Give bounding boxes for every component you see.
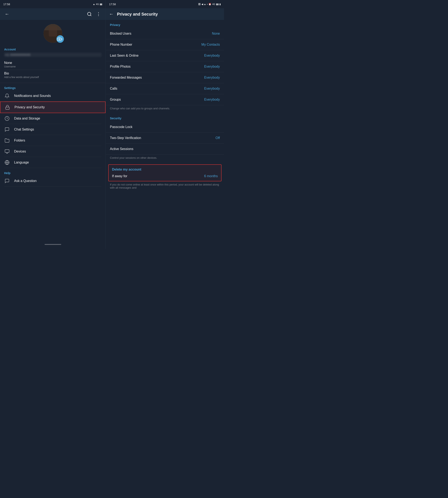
bubble-icon [4, 179, 10, 183]
last-seen-label: Last Seen & Online [110, 54, 139, 57]
folder-icon [4, 138, 10, 143]
calls-label: Calls [110, 87, 117, 90]
profile-section: + [0, 20, 106, 48]
globe-icon [4, 160, 10, 165]
back-button-left[interactable]: ← [3, 10, 11, 18]
camera-button[interactable]: + [56, 35, 64, 43]
top-bar-right: ← Privacy and Security [106, 8, 224, 20]
notifications-text: Notifications and Sounds [14, 94, 51, 98]
account-label: Account [4, 48, 101, 51]
right-panel: 17:58 🖼 ◀ ▲ • ⏰ 4G ▮▮ ▮ ← Privacy and Se… [106, 0, 224, 249]
devices-text: Devices [14, 149, 26, 153]
time-left: 17:58 [3, 3, 10, 6]
scroll-indicator-left [45, 244, 61, 245]
svg-point-0 [88, 12, 91, 16]
profile-photos-label: Profile Photos [110, 65, 131, 68]
language-text: Language [14, 161, 29, 164]
svg-line-1 [90, 15, 91, 16]
left-panel: 17:58 ▲ 4G ▮▮ ← ⋮ [0, 0, 106, 249]
delete-away-row[interactable]: If away for 6 months [109, 172, 221, 181]
profile-photos-row[interactable]: Profile Photos Everybody [106, 61, 224, 72]
status-icons-right: 🖼 ◀ ▲ • ⏰ 4G ▮▮ ▮ [198, 3, 221, 6]
privacy-security-text: Privacy and Security [15, 105, 45, 109]
account-section: Account +1 0000000000 None Username Bio … [0, 48, 106, 82]
menu-item-devices[interactable]: Devices [4, 146, 101, 157]
if-away-value: 6 months [204, 174, 218, 178]
delete-note: If you do not come online at least once … [106, 183, 224, 192]
calls-value: Everybody [204, 87, 220, 90]
passcode-lock-row[interactable]: Passcode Lock [106, 122, 224, 133]
phone-number-label: Phone Number [110, 43, 132, 47]
lock-icon [5, 105, 10, 110]
active-sessions-row[interactable]: Active Sessions [106, 144, 224, 155]
menu-item-privacy[interactable]: Privacy and Security [0, 101, 106, 113]
battery-icon: ▮▮ [100, 3, 102, 6]
bio-field[interactable]: Bio Add a few words about yourself [4, 70, 101, 80]
menu-item-notifications[interactable]: Notifications and Sounds [4, 90, 101, 101]
username-label: Username [4, 65, 101, 68]
blocked-users-value: None [212, 32, 220, 35]
image-icon: 🖼 [198, 3, 201, 5]
two-step-row[interactable]: Two-Step Verification Off [106, 133, 224, 144]
section-divider-1 [0, 83, 106, 83]
menu-item-chat[interactable]: Chat Settings [4, 124, 101, 135]
svg-rect-8 [6, 107, 9, 109]
status-bar-right: 17:58 🖼 ◀ ▲ • ⏰ 4G ▮▮ ▮ [106, 0, 224, 8]
top-right-icons-left: ⋮ [86, 10, 102, 18]
ask-question-text: Ask a Question [14, 179, 37, 183]
calls-row[interactable]: Calls Everybody [106, 83, 224, 94]
back-button-right[interactable]: ← [109, 11, 114, 17]
search-button[interactable] [86, 10, 93, 18]
more-button[interactable]: ⋮ [95, 10, 102, 18]
dot-icon: • [207, 3, 208, 5]
profile-photos-value: Everybody [204, 65, 220, 68]
passcode-lock-label: Passcode Lock [110, 125, 132, 129]
help-section: Help Ask a Question [0, 169, 106, 187]
two-step-value: Off [215, 136, 220, 140]
privacy-section-label: Privacy [106, 20, 224, 28]
status-bar-left: 17:58 ▲ 4G ▮▮ [0, 0, 106, 8]
groups-label: Groups [110, 98, 121, 101]
last-seen-row[interactable]: Last Seen & Online Everybody [106, 50, 224, 61]
chat-settings-text: Chat Settings [14, 128, 34, 131]
groups-value: Everybody [204, 98, 220, 101]
sessions-note: Control your sessions on other devices. [106, 155, 224, 163]
phone-number-value: My Contacts [201, 43, 220, 47]
settings-section: Settings Notifications and Sounds Privac… [0, 84, 106, 169]
bell-icon [4, 93, 10, 98]
forwarded-messages-label: Forwarded Messages [110, 76, 142, 80]
status-icons-left: ▲ 4G ▮▮ [93, 3, 102, 6]
page-title-right: Privacy and Security [117, 12, 158, 17]
privacy-content: Privacy Blocked Users None Phone Number … [106, 20, 224, 249]
forwarded-messages-value: Everybody [204, 76, 220, 80]
folders-text: Folders [14, 139, 25, 142]
forwarded-messages-row[interactable]: Forwarded Messages Everybody [106, 72, 224, 83]
username-value: None [4, 61, 101, 65]
username-field[interactable]: None Username [4, 59, 101, 70]
help-label: Help [4, 171, 101, 175]
network-icon: 4G [96, 3, 99, 5]
network-right-icon: 4G [212, 3, 215, 5]
data-storage-text: Data and Storage [14, 116, 40, 120]
blocked-users-label: Blocked Users [110, 32, 131, 35]
device-icon [4, 149, 10, 154]
menu-item-data[interactable]: Data and Storage [4, 113, 101, 124]
two-step-label: Two-Step Verification [110, 136, 141, 140]
groups-row[interactable]: Groups Everybody [106, 94, 224, 105]
alert-icon: ▲ [204, 3, 206, 5]
time-right: 17:58 [109, 3, 116, 6]
menu-item-language[interactable]: Language [4, 157, 101, 168]
blocked-users-row[interactable]: Blocked Users None [106, 28, 224, 39]
signal-right-icon: ▮▮ [216, 3, 219, 6]
menu-item-ask[interactable]: Ask a Question [4, 176, 101, 186]
delete-account-title: Delete my account [109, 165, 221, 172]
groups-note: Change who can add you to groups and cha… [106, 105, 224, 113]
top-bar-left: ← ⋮ [0, 8, 106, 20]
delete-account-box[interactable]: Delete my account If away for 6 months [108, 164, 222, 181]
menu-item-folders[interactable]: Folders [4, 135, 101, 146]
if-away-label: If away for [112, 174, 127, 178]
avatar-container: + [44, 24, 62, 43]
svg-rect-10 [5, 149, 9, 152]
active-sessions-label: Active Sessions [110, 147, 133, 151]
phone-number-row[interactable]: Phone Number My Contacts [106, 39, 224, 50]
